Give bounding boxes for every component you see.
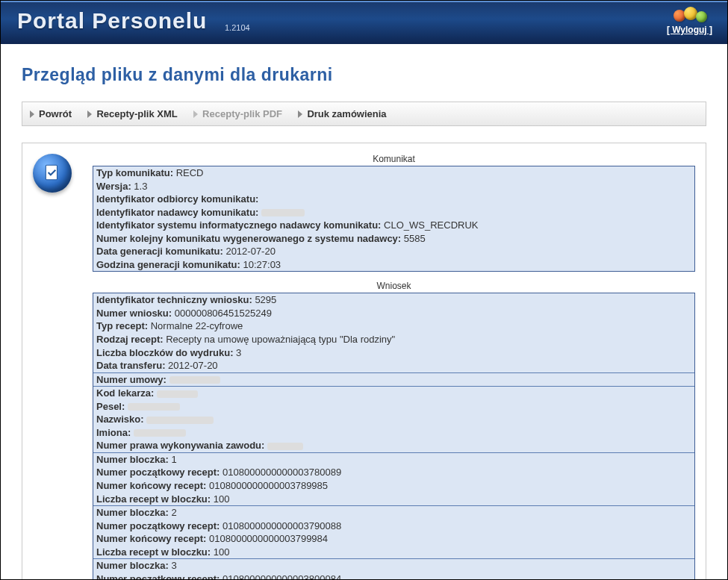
blocks-count-label: Liczba bloczków do wydruku: <box>96 347 233 358</box>
block2-start-value: 0108000000000003790088 <box>223 520 341 531</box>
type-value: RECD <box>176 167 204 178</box>
block3-start-label: Numer początkowy recept: <box>96 573 220 580</box>
block1-end-value: 0108000000000003789985 <box>209 480 328 491</box>
block2-num-label: Numer bloczka: <box>96 507 169 518</box>
block1-num-value: 1 <box>171 454 176 465</box>
decorative-balls-icon <box>673 7 711 25</box>
section-komunikat-caption: Komunikat <box>93 154 695 164</box>
back-button[interactable]: Powrót <box>30 108 72 119</box>
pesel-label: Pesel: <box>96 401 125 412</box>
gen-date-label: Data generacji komunikatu: <box>96 246 223 257</box>
blocks-count-value: 3 <box>236 347 241 358</box>
wniosek-box: Identyfikator techniczny wniosku: 5295 N… <box>93 293 695 580</box>
recepty-pdf-button: Recepty-plik PDF <box>193 108 282 119</box>
back-label: Powrót <box>39 108 72 119</box>
rodzaj-recept-value: Recepty na umowę upoważniającą typu "Dla… <box>166 334 395 345</box>
system-id-label: Identyfikator systemu informatycznego na… <box>96 219 381 231</box>
document-check-icon <box>33 154 72 193</box>
block3-num-value: 3 <box>171 560 176 571</box>
block2-num-value: 2 <box>171 507 176 518</box>
doctor-code-label: Kod lekarza: <box>96 387 154 399</box>
app-header: Portal Personelu 1.2104 [ Wyloguj ] <box>1 1 727 44</box>
names-label: Imiona: <box>96 427 131 438</box>
redacted-value <box>134 429 186 437</box>
seq-value: 5585 <box>404 233 426 244</box>
tech-id-label: Identyfikator techniczny wniosku: <box>96 294 252 305</box>
block1-cnt-value: 100 <box>214 493 230 505</box>
receiver-id-label: Identyfikator odbiorcy komunikatu: <box>96 193 258 205</box>
chevron-right-icon <box>193 110 198 118</box>
gen-time-value: 10:27:03 <box>243 259 281 270</box>
logout-link[interactable]: [ Wyloguj ] <box>667 25 712 35</box>
redacted-value <box>261 209 305 216</box>
redacted-value <box>267 443 303 450</box>
pdf-label: Recepty-plik PDF <box>202 108 282 119</box>
transfer-date-value: 2012-07-20 <box>168 360 218 371</box>
redacted-value <box>146 417 214 424</box>
xml-label: Recepty-plik XML <box>96 108 177 119</box>
gen-date-value: 2012-07-20 <box>225 246 276 257</box>
block2-end-label: Numer końcowy recept: <box>96 533 206 544</box>
wniosek-num-value: 000000806451525249 <box>175 308 272 319</box>
gen-time-label: Godzina generacji komunikatu: <box>96 259 240 270</box>
transfer-date-label: Data transferu: <box>96 360 165 371</box>
order-label: Druk zamówienia <box>307 108 386 119</box>
block2-end-value: 0108000000000003799984 <box>209 533 328 544</box>
recepty-xml-button[interactable]: Recepty-plik XML <box>87 108 177 119</box>
seq-label: Numer kolejny komunikatu wygenerowanego … <box>96 233 401 244</box>
block3-start-value: 0108000000000003800084 <box>223 573 341 580</box>
wniosek-num-label: Numer wniosku: <box>96 308 172 319</box>
surname-label: Nazwisko: <box>96 414 144 425</box>
typ-recept-value: Normalne 22-cyfrowe <box>151 320 243 331</box>
rodzaj-recept-label: Rodzaj recept: <box>96 334 164 345</box>
license-label: Numer prawa wykonywania zawodu: <box>96 440 264 451</box>
block1-start-value: 0108000000000003780089 <box>223 467 341 478</box>
version-value: 1.3 <box>134 181 147 192</box>
redacted-value <box>157 390 198 398</box>
tech-id-value: 5295 <box>255 294 276 305</box>
page-title: Przegląd pliku z danymi dla drukarni <box>22 65 706 85</box>
svg-rect-0 <box>46 165 57 180</box>
chevron-right-icon <box>298 110 302 118</box>
block2-start-label: Numer początkowy recept: <box>96 520 220 531</box>
app-version: 1.2104 <box>225 23 250 32</box>
system-id-value: CLO_WS_RECDRUK <box>384 219 478 231</box>
block1-cnt-label: Liczba recept w bloczku: <box>96 493 211 505</box>
section-wniosek-caption: Wniosek <box>93 281 695 291</box>
block3-num-label: Numer bloczka: <box>96 560 169 571</box>
contract-label: Numer umowy: <box>96 374 167 385</box>
block1-start-label: Numer początkowy recept: <box>96 467 220 478</box>
redacted-value <box>169 376 220 384</box>
detail-panel: Komunikat Typ komunikatu: RECD Wersja: 1… <box>22 143 706 580</box>
version-label: Wersja: <box>96 181 131 192</box>
app-title: Portal Personelu <box>17 8 207 34</box>
typ-recept-label: Typ recept: <box>96 320 148 331</box>
block2-cnt-value: 100 <box>214 546 230 558</box>
action-toolbar: Powrót Recepty-plik XML Recepty-plik PDF… <box>22 102 706 126</box>
komunikat-box: Typ komunikatu: RECD Wersja: 1.3 Identyf… <box>93 166 695 272</box>
block2-cnt-label: Liczba recept w bloczku: <box>96 546 211 558</box>
sender-id-label: Identyfikator nadawcy komunikatu: <box>96 207 258 218</box>
chevron-right-icon <box>87 110 92 118</box>
druk-zamowienia-button[interactable]: Druk zamówienia <box>298 108 386 119</box>
block1-end-label: Numer końcowy recept: <box>96 480 206 491</box>
redacted-value <box>128 403 180 411</box>
block1-num-label: Numer bloczka: <box>96 454 169 465</box>
chevron-right-icon <box>30 110 34 118</box>
type-label: Typ komunikatu: <box>96 167 173 178</box>
